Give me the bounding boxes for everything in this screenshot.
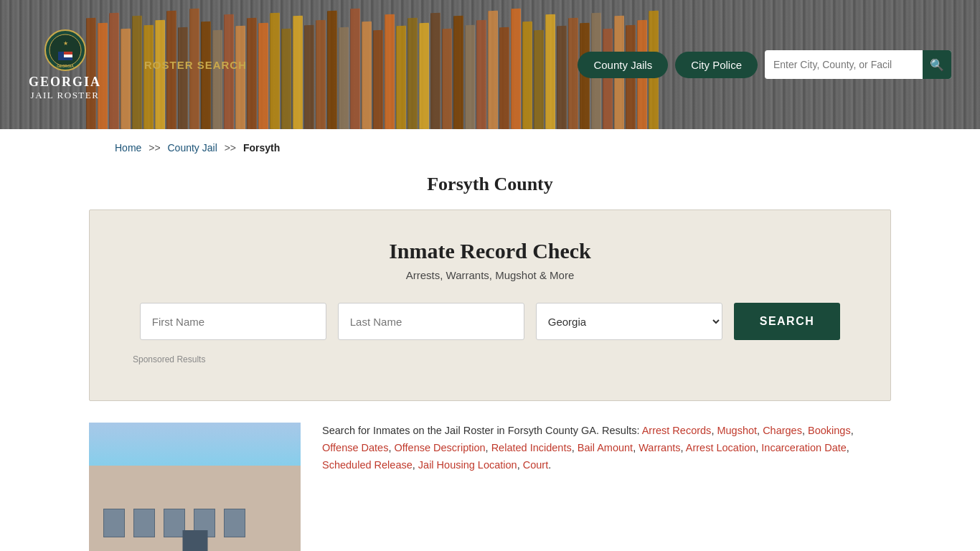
header-search-button[interactable]: 🔍: [923, 50, 951, 79]
first-name-input[interactable]: [140, 303, 326, 340]
svg-rect-7: [58, 52, 64, 57]
inmate-search-button[interactable]: SEARCH: [734, 303, 841, 340]
building-image: [89, 423, 301, 551]
svg-text:GEORGIA: GEORGIA: [57, 64, 74, 68]
header-nav-right: County Jails City Police 🔍: [578, 50, 951, 79]
bottom-content-area: Search for Inmates on the Jail Roster in…: [0, 401, 980, 551]
header-content: ★ GEORGIA GEORGIA JAIL ROSTER ROSTER SEA…: [0, 0, 980, 129]
last-name-input[interactable]: [338, 303, 524, 340]
logo-georgia-text: GEORGIA: [29, 75, 101, 90]
record-check-title: Inmate Record Check: [133, 239, 847, 263]
page-title: Forsyth County: [0, 174, 980, 195]
breadcrumb: Home >> County Jail >> Forsyth: [0, 129, 980, 166]
breadcrumb-county-jail-link[interactable]: County Jail: [168, 142, 217, 154]
svg-rect-6: [58, 57, 72, 60]
svg-point-1: [50, 34, 81, 66]
breadcrumb-current: Forsyth: [243, 142, 280, 154]
breadcrumb-sep-1: >>: [149, 142, 160, 154]
svg-text:★: ★: [62, 40, 67, 47]
breadcrumb-home-link[interactable]: Home: [115, 142, 141, 154]
inmate-record-check-section: Inmate Record Check Arrests, Warrants, M…: [89, 209, 891, 401]
inmate-search-form: AlabamaAlaskaArizonaArkansasCaliforniaCo…: [133, 303, 847, 340]
state-select[interactable]: AlabamaAlaskaArizonaArkansasCaliforniaCo…: [536, 303, 722, 340]
site-logo[interactable]: ★ GEORGIA GEORGIA JAIL ROSTER: [29, 29, 101, 101]
sponsored-results-label: Sponsored Results: [133, 354, 847, 364]
breadcrumb-sep-2: >>: [225, 142, 236, 154]
record-check-subtitle: Arrests, Warrants, Mugshot & More: [133, 269, 847, 281]
georgia-seal-icon: ★ GEORGIA: [44, 29, 87, 72]
logo-jail-roster-text: JAIL ROSTER: [31, 90, 100, 101]
county-jails-button[interactable]: County Jails: [578, 52, 668, 78]
site-header: ★ GEORGIA GEORGIA JAIL ROSTER ROSTER SEA…: [0, 0, 980, 129]
city-police-button[interactable]: City Police: [675, 52, 758, 78]
header-search-input[interactable]: [765, 59, 923, 70]
facility-description: Search for Inmates on the Jail Roster in…: [322, 423, 891, 474]
header-search-bar: 🔍: [765, 50, 951, 79]
nav-roster-search-label: ROSTER SEARCH: [144, 59, 247, 71]
